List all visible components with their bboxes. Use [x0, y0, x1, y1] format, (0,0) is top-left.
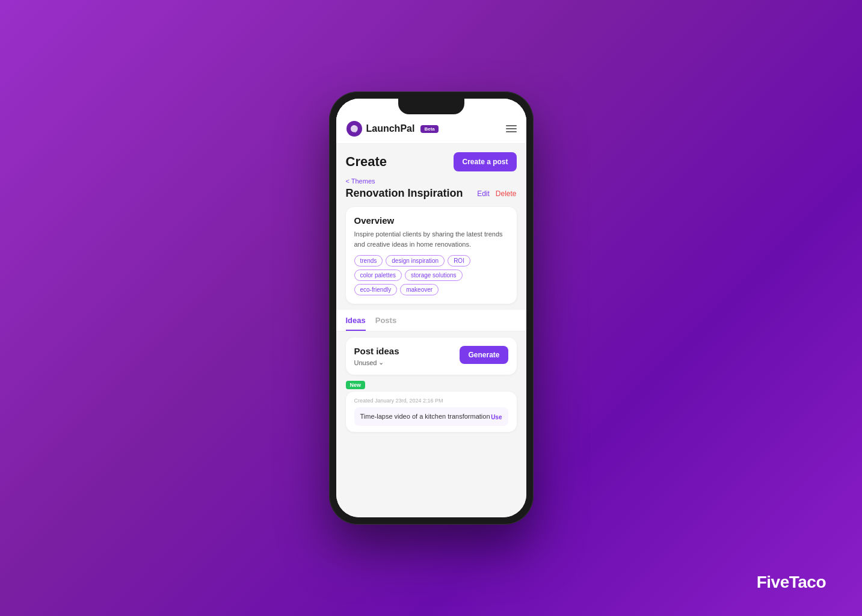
screen-content[interactable]: LaunchPal Beta Create Create a post < Th… — [336, 99, 526, 517]
theme-title: Renovation Inspiration — [346, 187, 463, 200]
idea-created-date: Created January 23rd, 2024 2:16 PM — [354, 398, 508, 404]
back-link[interactable]: < Themes — [346, 177, 517, 185]
fivetaco-logo: FiveTaco — [757, 573, 826, 592]
hamburger-icon[interactable] — [506, 125, 517, 132]
logo-icon — [346, 120, 363, 137]
tab-posts[interactable]: Posts — [375, 316, 396, 331]
page-header-row: Create Create a post — [346, 144, 517, 177]
new-badge-row: New — [346, 381, 517, 389]
tag-item: makeover — [400, 284, 439, 295]
tag-item: ROI — [448, 255, 470, 266]
chevron-down-icon: ⌄ — [378, 359, 384, 366]
post-ideas-left: Post ideas Unused ⌄ — [354, 346, 399, 366]
overview-title: Overview — [354, 215, 508, 226]
logo-text: LaunchPal — [366, 123, 415, 134]
logo-area: LaunchPal Beta — [346, 120, 439, 137]
new-badge: New — [346, 381, 366, 389]
tag-item: design inspiration — [386, 255, 445, 266]
tag-item: eco-friendly — [354, 284, 398, 295]
post-ideas-card: Post ideas Unused ⌄ Generate — [346, 337, 517, 375]
theme-header-row: Renovation Inspiration Edit Delete — [346, 187, 517, 200]
tab-ideas[interactable]: Ideas — [346, 316, 366, 331]
idea-use-button[interactable]: Use — [491, 413, 502, 422]
idea-item-wrapper: New Created January 23rd, 2024 2:16 PM T… — [346, 381, 517, 432]
page-body: Create Create a post < Themes Renovation… — [336, 144, 526, 432]
idea-content-text: Time-lapse video of a kitchen transforma… — [360, 413, 490, 420]
idea-content-box: Time-lapse video of a kitchen transforma… — [354, 407, 508, 426]
post-ideas-title: Post ideas — [354, 346, 399, 356]
idea-card: Created January 23rd, 2024 2:16 PM Time-… — [346, 392, 517, 432]
overview-description: Inspire potential clients by sharing the… — [354, 229, 508, 249]
theme-actions: Edit Delete — [477, 189, 516, 198]
overview-card: Overview Inspire potential clients by sh… — [346, 207, 517, 304]
beta-badge: Beta — [420, 125, 438, 133]
tag-item: trends — [354, 255, 383, 266]
create-post-button[interactable]: Create a post — [454, 152, 516, 171]
phone-notch — [398, 99, 464, 114]
phone-screen: LaunchPal Beta Create Create a post < Th… — [336, 99, 526, 517]
tag-item: storage solutions — [405, 270, 463, 281]
generate-button[interactable]: Generate — [460, 346, 508, 364]
phone-frame: LaunchPal Beta Create Create a post < Th… — [329, 91, 534, 525]
page-title: Create — [346, 154, 387, 170]
tabs-row: Ideas Posts — [336, 310, 526, 331]
unused-filter[interactable]: Unused ⌄ — [354, 359, 399, 366]
tag-item: color palettes — [354, 270, 402, 281]
filter-label: Unused — [354, 359, 377, 366]
tags-row: trendsdesign inspirationROIcolor palette… — [354, 255, 508, 295]
delete-link[interactable]: Delete — [496, 189, 517, 198]
edit-link[interactable]: Edit — [477, 189, 490, 198]
post-ideas-header: Post ideas Unused ⌄ Generate — [354, 346, 508, 366]
